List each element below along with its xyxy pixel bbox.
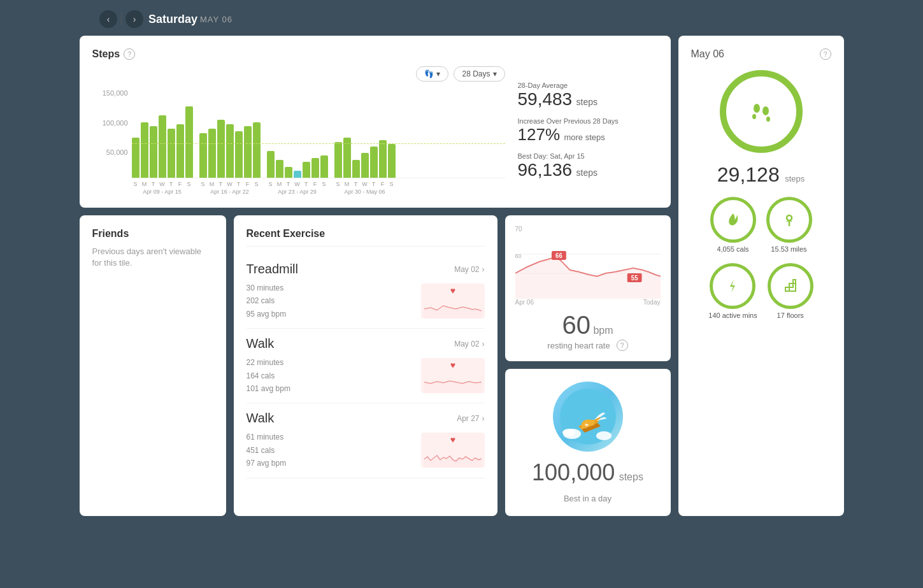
avg-stat: 28-Day Average 59,483 steps bbox=[518, 82, 658, 110]
bar bbox=[141, 122, 148, 178]
day-label: S bbox=[388, 181, 396, 187]
hr-chart-container: 66 55 60 bbox=[515, 235, 661, 299]
bar bbox=[379, 140, 387, 178]
period-chevron-icon: ▾ bbox=[493, 69, 497, 78]
bar bbox=[226, 124, 234, 178]
floors-value: 17 bbox=[777, 312, 785, 319]
avg-value-row: 59,483 steps bbox=[518, 89, 658, 110]
hr-help-icon[interactable]: ? bbox=[617, 340, 628, 351]
bar bbox=[267, 151, 275, 178]
bar bbox=[388, 144, 396, 178]
exercise-title: Recent Exercise bbox=[247, 228, 485, 247]
walk1-chart: ♥ bbox=[421, 358, 485, 393]
y-axis: 150,000 100,000 50,000 bbox=[92, 89, 128, 178]
svg-text:66: 66 bbox=[555, 252, 562, 259]
nav-day: Saturday bbox=[148, 13, 197, 26]
period-label: 28 Days bbox=[462, 69, 490, 78]
bar bbox=[235, 131, 243, 178]
day-label: M bbox=[276, 181, 283, 187]
day-label: S bbox=[253, 181, 261, 187]
walk2-details: 61 minutes 451 cals 97 avg bpm ♥ bbox=[247, 431, 485, 470]
miles-wrap: 15.53 miles bbox=[766, 197, 812, 253]
day-label: W bbox=[159, 181, 166, 187]
goal-line bbox=[132, 143, 505, 144]
metric-filter[interactable]: 👣 ▾ bbox=[416, 66, 448, 82]
bar bbox=[303, 162, 310, 178]
best-value: 96,136 bbox=[518, 160, 573, 180]
achievement-steps-unit: steps bbox=[619, 471, 643, 482]
walk2-chart: ♥ bbox=[421, 433, 485, 468]
friends-card: Friends Previous days aren't viewable fo… bbox=[80, 215, 226, 516]
walk1-chart-svg: ♥ bbox=[421, 358, 485, 393]
week-label: Apr 23 - Apr 29 bbox=[278, 189, 317, 195]
treadmill-chart-svg: ♥ bbox=[421, 283, 485, 319]
steps-circle bbox=[720, 70, 803, 153]
y-label-100k: 100,000 bbox=[92, 119, 128, 127]
week-group: SMTWTFSApr 23 - Apr 29 bbox=[267, 181, 328, 195]
bar bbox=[150, 126, 157, 178]
week-group: SMTWTFSApr 30 - May 06 bbox=[334, 181, 396, 195]
hr-achievement-col: 70 66 bbox=[505, 215, 671, 516]
active-value: 140 bbox=[708, 312, 720, 319]
bar bbox=[334, 142, 342, 178]
increase-label: Increase Over Previous 28 Days bbox=[518, 117, 658, 125]
prev-button[interactable]: ‹ bbox=[99, 10, 117, 28]
y-label-150k: 150,000 bbox=[92, 89, 128, 97]
friends-message: Previous days aren't viewable for this t… bbox=[92, 246, 213, 269]
day-label: M bbox=[208, 181, 216, 187]
svg-point-1 bbox=[762, 106, 769, 115]
nav-divider bbox=[121, 13, 122, 25]
miles-circle bbox=[766, 197, 812, 243]
hr-value: 60 bbox=[562, 311, 590, 339]
bar bbox=[253, 122, 261, 178]
steps-big-unit: steps bbox=[785, 174, 805, 183]
steps-header: Steps ? bbox=[92, 48, 658, 60]
exercise-item-walk1: Walk May 02 › 22 minutes 164 cals 101 av… bbox=[247, 329, 485, 403]
next-button[interactable]: › bbox=[125, 10, 143, 28]
avg-value: 59,483 bbox=[518, 89, 573, 109]
bar bbox=[285, 167, 292, 178]
hr-end-label: Today bbox=[643, 299, 661, 306]
bar-chart: SMTWTFSApr 09 - Apr 15SMTWTFSApr 16 - Ap… bbox=[132, 89, 505, 195]
bar bbox=[352, 160, 360, 178]
steps-help-icon[interactable]: ? bbox=[124, 48, 135, 60]
hr-resting-text: resting heart rate bbox=[547, 341, 610, 350]
right-panel: May 06 ? 29,128 steps bbox=[678, 36, 844, 516]
week-label: Apr 09 - Apr 15 bbox=[143, 189, 182, 195]
miles-unit: miles bbox=[791, 245, 807, 253]
svg-point-4 bbox=[787, 215, 792, 220]
hr-card: 70 66 bbox=[505, 215, 671, 361]
svg-point-21 bbox=[562, 429, 575, 436]
walk2-stats: 61 minutes 451 cals 97 avg bpm bbox=[247, 431, 287, 470]
increase-desc: more steps bbox=[564, 133, 605, 142]
walk2-name: Walk bbox=[247, 411, 275, 426]
cals-value: 4,055 bbox=[717, 245, 734, 253]
best-value-row: 96,136 steps bbox=[518, 160, 658, 180]
walk1-date: May 02 › bbox=[454, 340, 484, 348]
period-filter[interactable]: 28 Days ▾ bbox=[454, 66, 504, 82]
bar bbox=[168, 129, 175, 178]
filter-icon: 👣 bbox=[424, 69, 434, 78]
cals-wrap: 4,055 cals bbox=[710, 197, 756, 253]
hr-y70: 70 bbox=[515, 226, 522, 233]
day-label: S bbox=[199, 181, 207, 187]
footprint-icon bbox=[745, 96, 777, 127]
hr-axis-labels: 70 bbox=[515, 226, 661, 233]
day-label: W bbox=[361, 181, 369, 187]
day-label: F bbox=[311, 181, 319, 187]
friends-title: Friends bbox=[92, 228, 213, 240]
bar bbox=[294, 171, 301, 178]
bar bbox=[159, 115, 166, 178]
active-circle bbox=[710, 263, 755, 309]
cals-unit: cals bbox=[736, 245, 749, 253]
hr-chart-svg: 66 55 bbox=[515, 235, 661, 299]
rp-help-icon[interactable]: ? bbox=[820, 48, 831, 60]
walk1-stats: 22 minutes 164 cals 101 avg bpm bbox=[247, 356, 290, 395]
week-group: SMTWTFSApr 16 - Apr 22 bbox=[199, 181, 261, 195]
walk1-bpm: 101 avg bpm bbox=[247, 382, 290, 395]
svg-point-22 bbox=[596, 431, 612, 440]
achievement-card: 100,000 steps Best in a day bbox=[505, 369, 671, 516]
day-label: T bbox=[150, 181, 157, 187]
cals-circle bbox=[710, 197, 756, 243]
day-label: M bbox=[141, 181, 148, 187]
